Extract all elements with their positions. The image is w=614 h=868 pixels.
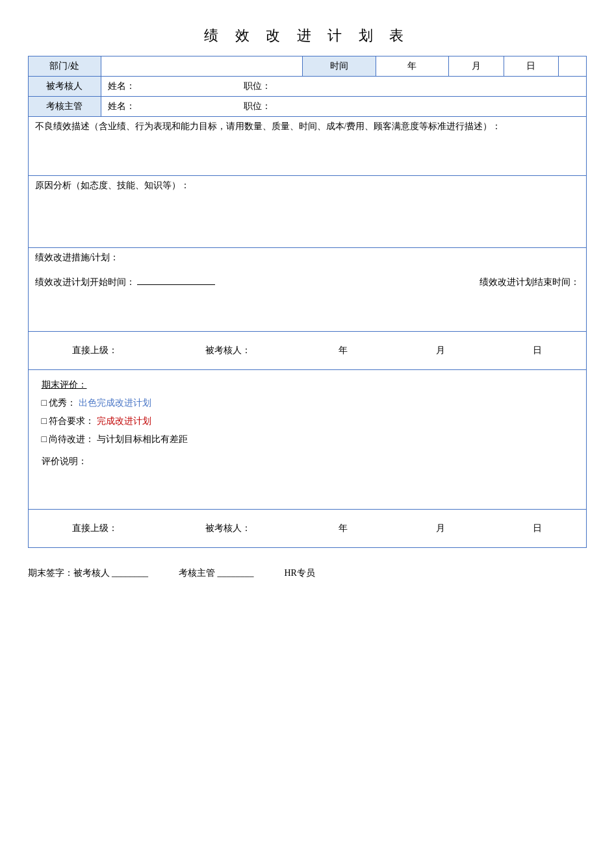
supervisor-label: 考核主管 [28, 97, 101, 117]
first-sign-line: 直接上级： 被考核人： 年 月 日 [29, 338, 586, 363]
first-direct-sup-label: 直接上级： [72, 345, 118, 356]
footer-hr-label: HR专员 [285, 568, 315, 578]
poor-performance-label: 不良绩效描述（含业绩、行为表现和能力目标，请用数量、质量、时间、成本/费用、顾客… [35, 121, 502, 131]
day-value: 日 [504, 56, 558, 77]
page-container: 绩 效 改 进 计 划 表 部门/处 时间 年 月 日 被考核人 姓名： 职位：… [28, 26, 587, 842]
dept-time-row: 部门/处 时间 年 月 日 [28, 56, 586, 77]
supervisor-info: 姓名： 职位： [101, 97, 586, 117]
excellent-label: 优秀： [49, 398, 76, 408]
reviewee-label: 被考核人 [28, 77, 101, 97]
first-month-label: 月 [436, 345, 445, 356]
start-time-blank [137, 284, 215, 285]
meet-text: 完成改进计划 [97, 416, 151, 426]
reviewee-info: 姓名： 职位： [101, 77, 586, 97]
final-reviewee-label: 被考核人： [205, 523, 251, 534]
excellent-text: 出色完成改进计划 [79, 398, 151, 408]
eval-section: 期末评价： □ 优秀： 出色完成改进计划 □ 符合要求： 完成改进计划 □ 尚待… [35, 374, 580, 505]
final-month-label: 月 [436, 523, 445, 534]
main-table: 部门/处 时间 年 月 日 被考核人 姓名： 职位： 考核主管 姓名： 职位： [28, 56, 587, 548]
dept-value [101, 56, 303, 77]
root-cause-row: 原因分析（如态度、技能、知识等）： [28, 176, 586, 248]
pending-label: 尚待改进： [49, 434, 94, 444]
reviewee-name-label: 姓名： [108, 81, 135, 91]
time-label: 时间 [302, 56, 376, 77]
first-signature-row: 直接上级： 被考核人： 年 月 日 [28, 332, 586, 370]
pending-checkbox: □ [42, 434, 47, 444]
footer-signature: 期末签字：被考核人 ________ 考核主管 ________ HR专员 [28, 561, 587, 582]
final-year-label: 年 [339, 523, 348, 534]
poor-performance-content: 不良绩效描述（含业绩、行为表现和能力目标，请用数量、质量、时间、成本/费用、顾客… [28, 117, 586, 176]
reviewee-pos-label: 职位： [244, 81, 271, 91]
first-reviewee-label: 被考核人： [205, 345, 251, 356]
supervisor-name-label: 姓名： [108, 101, 135, 111]
first-sig-content: 直接上级： 被考核人： 年 月 日 [28, 332, 586, 370]
final-direct-sup-label: 直接上级： [72, 523, 118, 534]
pending-text: 与计划目标相比有差距 [97, 434, 188, 444]
month-value: 月 [449, 56, 504, 77]
root-cause-label: 原因分析（如态度、技能、知识等）： [35, 180, 190, 190]
final-sign-line: 直接上级： 被考核人： 年 月 日 [29, 516, 586, 541]
meet-label: 符合要求： [49, 416, 94, 426]
eval-note-label: 评价说明： [42, 456, 573, 467]
start-time-label: 绩效改进计划开始时间： [35, 277, 216, 288]
pending-item: □ 尚待改进： 与计划目标相比有差距 [42, 434, 573, 445]
improvement-row: 绩效改进措施/计划： 绩效改进计划开始时间： 绩效改进计划结束时间： [28, 248, 586, 332]
root-cause-content: 原因分析（如态度、技能、知识等）： [28, 176, 586, 248]
meet-item: □ 符合要求： 完成改进计划 [42, 415, 573, 427]
period-eval-row: 期末评价： □ 优秀： 出色完成改进计划 □ 符合要求： 完成改进计划 □ 尚待… [28, 370, 586, 510]
supervisor-row: 考核主管 姓名： 职位： [28, 97, 586, 117]
footer-supervisor-label: 考核主管 [179, 568, 215, 578]
improvement-content: 绩效改进措施/计划： 绩效改进计划开始时间： 绩效改进计划结束时间： [28, 248, 586, 332]
final-signature-row: 直接上级： 被考核人： 年 月 日 [28, 510, 586, 548]
footer-blank1: ________ [112, 568, 148, 578]
first-day-label: 日 [533, 345, 542, 356]
excellent-item: □ 优秀： 出色完成改进计划 [42, 397, 573, 409]
reviewee-row: 被考核人 姓名： 职位： [28, 77, 586, 97]
period-eval-content: 期末评价： □ 优秀： 出色完成改进计划 □ 符合要求： 完成改进计划 □ 尚待… [28, 370, 586, 510]
end-time-label: 绩效改进计划结束时间： [480, 277, 580, 288]
final-sig-content: 直接上级： 被考核人： 年 月 日 [28, 510, 586, 548]
poor-performance-row: 不良绩效描述（含业绩、行为表现和能力目标，请用数量、质量、时间、成本/费用、顾客… [28, 117, 586, 176]
day-spacer [559, 56, 586, 77]
meet-checkbox: □ [42, 416, 47, 426]
final-day-label: 日 [533, 523, 542, 534]
excellent-checkbox: □ [42, 398, 47, 408]
dept-label: 部门/处 [28, 56, 101, 77]
footer-sign-label: 期末签字：被考核人 [28, 568, 110, 578]
footer-blank2: ________ [218, 568, 254, 578]
year-value: 年 [376, 56, 449, 77]
supervisor-pos-label: 职位： [244, 101, 271, 111]
improvement-label: 绩效改进措施/计划： [35, 252, 580, 264]
page-title: 绩 效 改 进 计 划 表 [28, 26, 587, 45]
first-year-label: 年 [339, 345, 348, 356]
period-eval-title: 期末评价： [42, 379, 573, 391]
